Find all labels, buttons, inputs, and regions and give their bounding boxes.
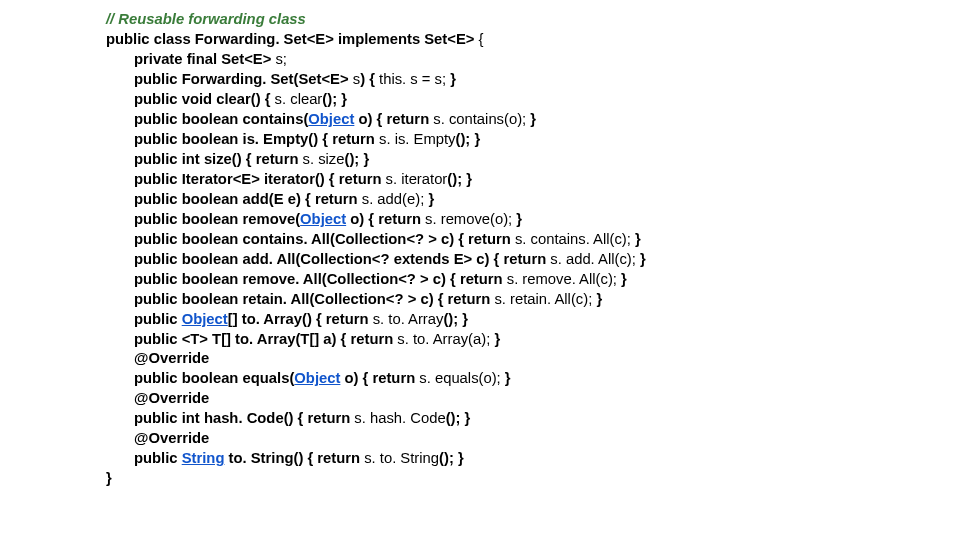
token: } — [428, 191, 434, 207]
token: (); } — [344, 151, 369, 167]
code-line: public boolean contains(Object o) { retu… — [106, 110, 960, 130]
token: Forwarding. Set — [182, 71, 294, 87]
token: } — [621, 271, 627, 287]
token: ; — [283, 51, 287, 67]
token: public <T> T[] to. Array(T[] a) { return — [134, 331, 397, 347]
token: public — [134, 191, 182, 207]
code-line: public Forwarding. Set(Set<E> s) { this.… — [106, 70, 960, 90]
token: (); } — [439, 450, 464, 466]
code-line: @Override — [106, 389, 960, 409]
token: s. remove. All(c); — [507, 271, 621, 287]
token: add. All(Collection<? extends E> c) { re… — [238, 251, 550, 267]
token: public — [134, 211, 182, 227]
token: is. Empty() { return — [238, 131, 379, 147]
token: public void clear() { — [134, 91, 275, 107]
code-block: // Reusable forwarding class public clas… — [0, 0, 960, 489]
code-line: public int hash. Code() { return s. hash… — [106, 409, 960, 429]
token: s — [275, 51, 282, 67]
token: remove( — [238, 211, 300, 227]
token: (Set<E> — [294, 71, 353, 87]
token: } — [505, 370, 511, 386]
token: [] to. Array() { return — [228, 311, 373, 327]
token: o) { return — [346, 211, 425, 227]
type-link: Object — [294, 370, 340, 386]
token: hash. Code() { return — [200, 410, 355, 426]
token: public Iterator<E> iterator() { return — [134, 171, 386, 187]
token: boolean — [182, 370, 239, 386]
class-name: Forwarding. Set — [195, 31, 307, 47]
token: public — [134, 71, 182, 87]
token: s. to. Array(a); — [397, 331, 494, 347]
brace: { — [479, 31, 484, 47]
token: boolean — [182, 211, 239, 227]
token: s. iterator — [386, 171, 448, 187]
token: s. size — [303, 151, 345, 167]
keyword: implements Set<E> — [334, 31, 479, 47]
token: (); } — [443, 311, 468, 327]
comment-text: // Reusable forwarding class — [106, 11, 306, 27]
token: private final Set<E> — [134, 51, 275, 67]
token: public — [134, 131, 182, 147]
token: public — [134, 231, 182, 247]
token: } — [596, 291, 602, 307]
token: s. contains. All(c); — [515, 231, 635, 247]
token: s. remove(o); — [425, 211, 516, 227]
code-line: public boolean remove(Object o) { return… — [106, 210, 960, 230]
token: contains. All(Collection<? > c) { return — [238, 231, 515, 247]
token: ) { — [360, 71, 379, 87]
token: add(E e) { return — [238, 191, 361, 207]
token: } — [635, 231, 641, 247]
code-line: public boolean retain. All(Collection<? … — [106, 290, 960, 310]
token: public — [134, 370, 182, 386]
token: contains( — [238, 111, 308, 127]
token: public — [134, 450, 182, 466]
token: s. add. All(c); — [550, 251, 640, 267]
token: equals( — [238, 370, 294, 386]
token: public — [134, 251, 182, 267]
code-line: @Override — [106, 349, 960, 369]
token: (); } — [447, 171, 472, 187]
token: public — [134, 151, 182, 167]
keyword: public class — [106, 31, 195, 47]
token: public — [134, 111, 182, 127]
type-link: Object — [308, 111, 354, 127]
token: retain. All(Collection<? > c) { return — [238, 291, 494, 307]
token: s. to. Array — [373, 311, 444, 327]
token: public — [134, 311, 182, 327]
code-line: public void clear() { s. clear(); } — [106, 90, 960, 110]
token: s. hash. Code — [354, 410, 445, 426]
token: (); } — [455, 131, 480, 147]
token: (); } — [446, 410, 471, 426]
token: o) { return — [340, 370, 419, 386]
token: } — [494, 331, 500, 347]
annotation: @Override — [134, 430, 209, 446]
code-line: public String to. String() { return s. t… — [106, 449, 960, 469]
token: s. to. String — [364, 450, 439, 466]
token: remove. All(Collection<? > c) { return — [238, 271, 506, 287]
type-link: Object — [182, 311, 228, 327]
code-line: public boolean contains. All(Collection<… — [106, 230, 960, 250]
token: boolean — [182, 131, 239, 147]
token: } — [530, 111, 536, 127]
token: boolean — [182, 251, 239, 267]
token: o) { return — [354, 111, 433, 127]
code-line: // Reusable forwarding class — [106, 10, 960, 30]
code-line: public boolean remove. All(Collection<? … — [106, 270, 960, 290]
token: public — [134, 410, 182, 426]
token: s. contains(o); — [433, 111, 530, 127]
token: } — [516, 211, 522, 227]
token: boolean — [182, 231, 239, 247]
token: to. String() { return — [224, 450, 364, 466]
type-link: String — [182, 450, 225, 466]
token: this. s = s; — [379, 71, 450, 87]
token: size() { return — [200, 151, 303, 167]
token: } — [450, 71, 456, 87]
code-line: public boolean is. Empty() { return s. i… — [106, 130, 960, 150]
token: boolean — [182, 291, 239, 307]
token: boolean — [182, 191, 239, 207]
token: public — [134, 291, 182, 307]
token: s. equals(o); — [419, 370, 505, 386]
annotation: @Override — [134, 350, 209, 366]
token: public — [134, 271, 182, 287]
token: int — [182, 151, 200, 167]
